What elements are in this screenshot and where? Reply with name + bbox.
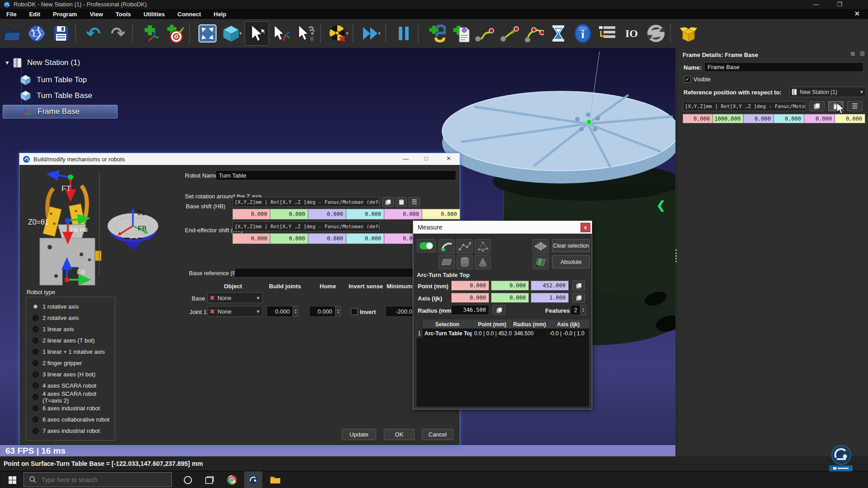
point-y[interactable]: 0.000 [491,281,529,291]
robot-type-option[interactable]: 1 rotative axis [33,301,115,312]
search-input[interactable] [41,476,151,484]
frame-name-input[interactable] [704,62,863,72]
header-point[interactable]: Point (mm) [472,320,512,328]
add-reference-frame-button[interactable] [139,22,162,45]
pause-simulation-button[interactable] [392,22,415,45]
measure-plane-button[interactable] [439,255,455,269]
menu-utilities[interactable]: Utilities [137,9,171,19]
add-target-button[interactable] [163,22,187,45]
select-button[interactable] [245,21,269,46]
select-move-button[interactable] [294,22,318,45]
pose-ry-value[interactable]: 0.000 [804,114,835,123]
open-file-button[interactable] [0,22,24,45]
robot-type-option[interactable]: 1 linear axis [33,324,115,335]
menu-connect[interactable]: Connect [171,9,208,19]
robot-type-option[interactable]: 3 linear axes (H bot) [33,369,115,380]
joint1-min-limit-value[interactable]: -200.0 [386,306,415,317]
radio-icon[interactable] [33,304,38,310]
measure-reference-plane-button[interactable] [533,255,549,269]
chrome-taskbar-icon[interactable] [223,472,241,488]
menu-help[interactable]: Help [208,9,233,19]
pose-menu-button[interactable]: ☰ [847,101,863,111]
move-circular-instruction-button[interactable] [522,22,546,45]
copy-pose-button[interactable] [809,101,825,111]
base-shift-rx[interactable]: 0.000 [346,209,384,220]
taskbar-search[interactable] [24,472,172,487]
base-shift-x[interactable]: 0.000 [232,209,270,220]
radio-icon[interactable] [33,371,38,377]
dialog-title-bar[interactable]: Build/modify mechanisms or robots — □ ✕ [19,153,460,165]
task-view-button[interactable] [201,472,218,488]
spinner-arrows[interactable]: ▲▼ [293,306,298,317]
axis-j[interactable]: 0.000 [491,293,529,303]
radio-icon[interactable] [33,428,38,434]
menu-view[interactable]: View [83,9,109,19]
save-station-button[interactable] [49,22,73,45]
header-radius[interactable]: Radius (mm) [512,320,547,328]
robot-type-option[interactable]: 1 linear + 1 rotative axis [33,346,115,357]
pose-format-dropdown[interactable]: [X,Y,Z]mm | Rot[X,Y ,Z ]deg - Fanuc/Moto… [683,101,806,111]
show-info-button[interactable]: i [571,22,594,45]
close-panel-icon[interactable]: ☒ [860,51,865,57]
robot-type-option[interactable]: 2 rotative axis [33,312,115,324]
pose-y-value[interactable]: 1000.000 [713,114,744,123]
measure-title-bar[interactable]: Measure x [413,221,592,234]
joint1-build-value[interactable]: 0.000 [267,306,293,317]
copy-point-button[interactable] [572,281,585,291]
robot-type-option[interactable]: 4 axes SCARA robot (T=axis 2) [33,391,115,403]
close-icon[interactable]: ✕ [854,10,860,17]
joint1-build-spinner[interactable]: 0.000 ▲▼ [267,306,298,317]
radius-value[interactable]: 346.500 [451,305,489,315]
select-frame-button[interactable] [270,22,293,45]
radio-icon[interactable] [33,315,38,321]
radio-icon[interactable] [33,394,38,400]
io-status-button[interactable]: IO [620,22,643,45]
radio-icon[interactable] [33,349,38,355]
online-library-button[interactable] [25,22,48,45]
reference-dropdown[interactable]: New Station (1) ▼ [789,87,866,97]
measure-enable-toggle[interactable] [417,239,436,253]
invert-checkbox[interactable] [351,308,358,315]
header-selection[interactable]: Selection [423,320,472,328]
move-linear-instruction-button[interactable] [498,22,521,45]
close-icon[interactable]: ✕ [446,155,451,162]
visible-checkbox[interactable]: ✓ [684,76,691,83]
absolute-button[interactable]: Absolute [552,255,590,268]
pose-rx-value[interactable]: 0.000 [774,114,804,123]
copy-axis-button[interactable] [572,293,585,303]
features-spinner[interactable]: ▲▼ [580,305,586,315]
export-simulation-button[interactable] [677,22,700,45]
redo-button[interactable]: ↷ [106,22,130,45]
paste-pose-button[interactable] [396,197,407,207]
cancel-button[interactable]: Cancel [422,429,453,440]
fast-simulation-button[interactable]: ▼ [359,22,383,45]
joint1-home-value[interactable]: 0.000 [309,306,335,317]
point-x[interactable]: 0.000 [451,281,489,291]
tree-expander-icon[interactable]: ▼ [5,60,10,66]
end-effector-format-dropdown[interactable]: [X,Y,Z]mm | Rot[X,Y ,Z ]deg - Fanuc/Moto… [232,221,380,231]
base-shift-format-dropdown[interactable]: [X,Y,Z]mm | Rot[X,Y ,Z ]deg - Fanuc/Moto… [232,197,380,207]
ok-button[interactable]: OK [384,429,415,440]
measure-ellipse-button[interactable] [533,239,549,253]
radio-icon[interactable] [33,360,38,366]
robot-type-option[interactable]: 6 axes collaborative robot [33,414,115,425]
copy-pose-button[interactable] [382,197,394,207]
clear-selection-button[interactable]: Clear selection [552,239,590,252]
base-reference-input[interactable] [235,268,428,277]
point-z[interactable]: 452.000 [531,281,569,291]
measure-cone-button[interactable] [475,255,491,269]
menu-program[interactable]: Program [47,9,83,19]
joint1-object-dropdown[interactable]: ✖ None ▼ [208,306,263,317]
cortana-button[interactable] [179,472,196,488]
menu-tools[interactable]: Tools [109,9,137,19]
move-joint-instruction-button[interactable] [473,22,497,45]
robot-name-input[interactable] [216,170,456,180]
radio-icon[interactable] [33,417,38,422]
robot-type-option[interactable]: 4 axes SCARA robot [33,380,115,391]
axis-i[interactable]: 0.000 [451,293,489,303]
table-row[interactable]: 1 Arc-Turn Table Top 0.0 | 0.0 | 452.0 3… [416,328,589,338]
measure-mesh-button[interactable] [475,239,491,253]
tree-item-turn-table-base[interactable]: Turn Table Base [20,89,128,103]
isometric-view-button[interactable]: ▼ [220,22,244,45]
base-shift-y[interactable]: 0.000 [270,209,308,220]
